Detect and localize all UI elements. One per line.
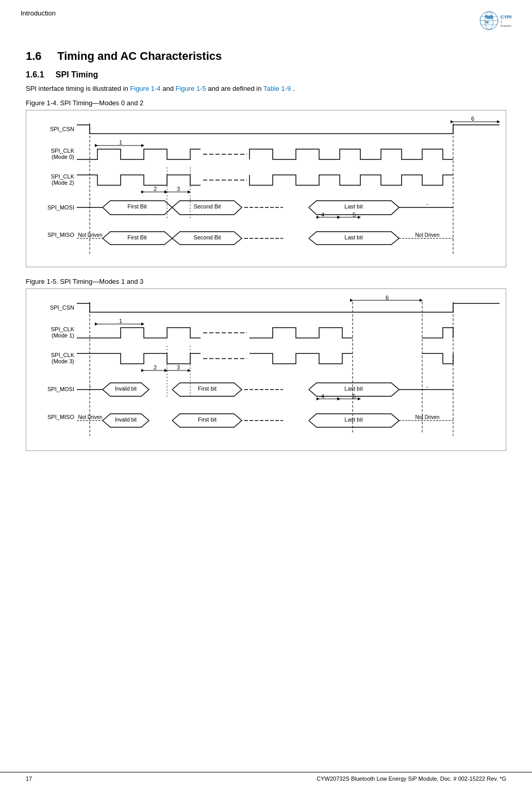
label2-spi-mosi: SPI_MOSI bbox=[47, 386, 74, 392]
doc-title: CYW20732S Bluetooth Low Energy SiP Modul… bbox=[317, 776, 506, 782]
miso2-first-bit-label: First bit bbox=[198, 416, 217, 423]
label-spi-clk-mode2: SPI_CLK bbox=[51, 173, 75, 180]
label2-spi-clk-mode1-b: (Mode 1) bbox=[52, 332, 74, 338]
label2-spi-csn: SPI_CSN bbox=[50, 304, 74, 311]
miso2-not-driven-start: Not Driven bbox=[78, 414, 102, 420]
miso-last-bit-label: Last bit bbox=[344, 234, 362, 240]
clk2-wave-part1 bbox=[77, 175, 201, 185]
annot-4-label: 4 bbox=[321, 212, 324, 218]
label2-spi-clk-mode3: SPI_CLK bbox=[51, 352, 75, 358]
csn-wave bbox=[77, 125, 500, 134]
annot2-4-label: 4 bbox=[321, 393, 324, 399]
clk1-wave-part2 bbox=[250, 328, 353, 338]
mosi-last-bit-label: Last bit bbox=[344, 203, 362, 209]
main-content: 1.6 Timing and AC Characteristics 1.6.1 … bbox=[0, 39, 532, 477]
miso2-not-driven-end: Not Driven bbox=[415, 414, 439, 420]
figure-1-4-link[interactable]: Figure 1-4 bbox=[130, 85, 160, 92]
figure-1-5-svg: SPI_CSN SPI_CLK (Mode 1) SPI_CLK (Mode 3… bbox=[30, 294, 505, 444]
page-footer: 17 CYW20732S Bluetooth Low Energy SiP Mo… bbox=[0, 772, 532, 782]
section-1-6-title: 1.6 Timing and AC Characteristics bbox=[26, 50, 506, 63]
label2-spi-clk-mode3-b: (Mode 3) bbox=[52, 358, 74, 364]
clk1-wave-part3 bbox=[422, 328, 453, 338]
mosi2-last-bit-label: Last bit bbox=[344, 385, 362, 392]
annot2-3-label: 3 bbox=[177, 364, 180, 370]
label-spi-mosi: SPI_MOSI bbox=[47, 204, 74, 211]
annot2-5-label: 5 bbox=[353, 393, 356, 399]
label-spi-csn: SPI_CSN bbox=[50, 126, 74, 132]
label-spi-clk-mode0: SPI_CLK bbox=[51, 148, 75, 154]
figure-1-4-svg: SPI_CSN SPI_CLK (Mode 0) SPI_CLK (Mode 2… bbox=[30, 116, 505, 260]
figure-1-5-diagram: SPI_CSN SPI_CLK (Mode 1) SPI_CLK (Mode 3… bbox=[26, 288, 506, 451]
cypress-logo: CYPRESS ® Embedded in Tomorrow™ bbox=[470, 9, 511, 35]
miso-first-bit-label: First Bit bbox=[127, 234, 146, 240]
clk1-wave-part1 bbox=[77, 328, 201, 338]
mosi2-first-bit-label: First bit bbox=[198, 385, 217, 392]
subsection-1-6-1-title: 1.6.1 SPI Timing bbox=[26, 70, 506, 79]
table-1-9-link[interactable]: Table 1-9 bbox=[263, 85, 291, 92]
mosi2-invalid-label: Invalid bit bbox=[115, 386, 137, 392]
page-header: Introduction CYPRESS ® Embedded in Tomor… bbox=[0, 0, 532, 39]
csn2-wave bbox=[77, 303, 500, 312]
annot-2-label: 2 bbox=[154, 186, 157, 192]
annot-5-label: 5 bbox=[353, 212, 356, 218]
figure-1-5-link[interactable]: Figure 1-5 bbox=[175, 85, 206, 92]
section-label: Introduction bbox=[21, 9, 56, 17]
svg-text:Embedded in Tomorrow™: Embedded in Tomorrow™ bbox=[501, 25, 511, 27]
label2-spi-miso: SPI_MISO bbox=[47, 414, 74, 420]
mosi-dash-start: - bbox=[89, 201, 91, 207]
svg-text:CYPRESS: CYPRESS bbox=[501, 14, 511, 20]
logo-container: CYPRESS ® Embedded in Tomorrow™ bbox=[470, 9, 511, 35]
annot2-1-label: 1 bbox=[119, 318, 122, 324]
clk0-wave-part2 bbox=[250, 149, 453, 159]
label-spi-clk-mode0-b: (Mode 0) bbox=[52, 154, 74, 160]
annot-3-label: 3 bbox=[177, 186, 180, 192]
annot-1-label: 1 bbox=[119, 139, 122, 146]
miso-second-bit-label: Second Bit bbox=[193, 234, 221, 240]
mosi-first-bit-label: First Bit bbox=[127, 203, 146, 209]
figure-1-4-diagram: SPI_CSN SPI_CLK (Mode 0) SPI_CLK (Mode 2… bbox=[26, 110, 506, 267]
page-number: 17 bbox=[26, 776, 32, 782]
miso2-invalid-label: Invalid bit bbox=[115, 417, 137, 423]
mosi2-dash-end: - bbox=[426, 383, 428, 390]
mosi-second-bit-label: Second Bit bbox=[193, 203, 221, 209]
mosi-dash-end: - bbox=[426, 201, 428, 207]
clk3-wave-part1 bbox=[77, 353, 201, 364]
clk2-wave-part2 bbox=[250, 175, 453, 185]
mosi2-dash-start: - bbox=[89, 383, 91, 390]
annot2-6-label: 6 bbox=[386, 295, 389, 301]
figure-1-5-caption: Figure 1-5. SPI Timing—Modes 1 and 3 bbox=[26, 278, 506, 285]
clk3-wave-part2 bbox=[250, 353, 353, 364]
clk3-wave-part3 bbox=[422, 353, 453, 364]
miso-not-driven-start: Not Driven bbox=[78, 232, 102, 238]
figure-1-4-caption: Figure 1-4. SPI Timing—Modes 0 and 2 bbox=[26, 99, 506, 107]
label-spi-miso: SPI_MISO bbox=[47, 232, 74, 238]
svg-text:®: ® bbox=[501, 21, 503, 24]
label2-spi-clk-mode1: SPI_CLK bbox=[51, 326, 75, 332]
miso2-last-bit-label: Last bit bbox=[344, 416, 362, 423]
clk0-wave-part1 bbox=[77, 149, 201, 159]
label-spi-clk-mode2-b: (Mode 2) bbox=[52, 180, 74, 186]
annot2-2-label: 2 bbox=[154, 364, 157, 370]
miso-not-driven-end: Not Driven bbox=[415, 232, 439, 238]
intro-paragraph: SPI interface timing is illustrated in F… bbox=[26, 84, 506, 94]
annot-6-label: 6 bbox=[471, 116, 474, 122]
